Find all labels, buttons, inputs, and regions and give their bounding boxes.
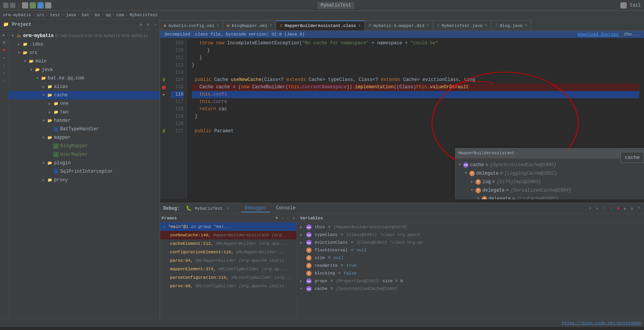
sort-btn[interactable]: ⇅ (596, 206, 598, 211)
tree-item-main[interactable]: ▼ 📂 main (8, 57, 160, 66)
breadcrumb-com[interactable]: com (116, 13, 124, 17)
tree-item-one[interactable]: ▶ 📁 one (8, 99, 160, 108)
popup-row-delegate1[interactable]: ▼ f delegate = {LoggingCache@2002} (459, 169, 644, 178)
tab-blogmapper[interactable]: ⚙ BlogMapper.xml × (223, 20, 276, 30)
tree-item-blogmapper[interactable]: J BlogMapper (8, 142, 160, 150)
settings-icon[interactable] (45, 2, 51, 8)
popup-row-log[interactable]: ▶ f log = {Slf4jImpl@2003} (459, 178, 644, 186)
tab-mybatis-config-close[interactable]: × (217, 24, 219, 28)
settings-debug-btn[interactable]: ⚙ (631, 206, 633, 211)
debug-session-close[interactable]: × (227, 206, 229, 211)
frames-up-btn[interactable]: ↑ (281, 216, 284, 221)
tab-mybatis3mapper[interactable]: D mybatis-3-mapper.dtd × (365, 20, 433, 30)
tab-blogjava[interactable]: J Blog.java × (491, 20, 531, 30)
var-item-readwrite[interactable]: f readWrite = true (297, 262, 644, 269)
frame-item-configelement[interactable]: configurationElement:116, XMLMapperBuild… (160, 248, 297, 256)
tab-mybatistest-close[interactable]: × (485, 24, 487, 28)
var-item-evictionclass[interactable]: ▶ oo evictionClass = {Class@1982} *class… (297, 239, 644, 246)
project-close-btn[interactable]: − (154, 22, 157, 27)
resume-btn[interactable]: ▶ (1, 32, 7, 38)
var-item-typeclass[interactable]: ▶ oo typeClass = {Class@1981} *class org… (297, 231, 644, 239)
back-icon[interactable] (3, 3, 8, 8)
tab-console[interactable]: Console (273, 205, 298, 212)
breadcrumb-orm[interactable]: orm-mybatis (3, 13, 31, 17)
tree-item-src[interactable]: ▼ 📂 src (8, 49, 160, 57)
forward-icon[interactable] (10, 3, 15, 8)
tree-item-two[interactable]: ▶ 📁 two (8, 108, 160, 116)
frame-item-parse94[interactable]: parse:94, XMLMapperBuilder (org.apache.i… (160, 256, 297, 265)
run-to-cursor-btn[interactable]: → (1, 78, 7, 84)
step-out-btn[interactable]: ↑ (1, 70, 7, 76)
popup-row-delegate2[interactable]: ▼ f delegate = {SerializedCache@2004} (459, 186, 644, 195)
gutter-113 (160, 69, 168, 76)
pause-btn[interactable]: ⏸ (1, 39, 7, 45)
tree-item-proxy[interactable]: ▶ 📁 proxy (8, 176, 160, 184)
status-url[interactable]: https://blog.csdn.net/wyne19960 (562, 321, 641, 325)
download-sources-btn[interactable]: Download Sources (578, 32, 619, 37)
tree-item-mapper[interactable]: ▼ 📂 mapper (8, 133, 160, 142)
tree-item-java[interactable]: ▼ 📂 java (8, 66, 160, 74)
tab-mybatis-config[interactable]: ⚙ mybatis-config.xml × (160, 20, 223, 30)
project-scope-btn[interactable]: ⊕ (140, 22, 142, 27)
up-btn[interactable]: ↑ (603, 206, 605, 210)
tab-blogjava-close[interactable]: × (525, 24, 527, 28)
project-settings-btn[interactable]: ⚙ (147, 22, 150, 27)
tree-item-idea[interactable]: ▶ 📁 .idea (8, 40, 160, 49)
home-icon[interactable] (22, 2, 28, 8)
tree-item-usermapper[interactable]: J UserMapper (8, 150, 160, 159)
tree-item-hander[interactable]: ▼ 📂 hander (8, 116, 160, 125)
tree-item-root[interactable]: ▼ 🗂 orm-mybatis D:\workspace\vip\orm-myb… (8, 32, 160, 40)
frame-item-parseconfig[interactable]: parseConfiguration:119, XMLConfigBuilder… (160, 273, 297, 282)
breadcrumb-java[interactable]: java (66, 13, 76, 17)
frame-item-parse98[interactable]: parse:98, XMLConfigBuilder (org.apache.i… (160, 282, 297, 290)
frame-item-usenewcache[interactable]: useNewCache:140, MapperBuilderAssistant … (160, 231, 297, 239)
stop-debug-btn[interactable]: ■ (617, 206, 619, 210)
popup-row-cache[interactable]: ▼ oo cache = {SynchronizedCache@1999} (459, 161, 644, 169)
tab-blogmapper-close[interactable]: × (270, 24, 272, 28)
step-over-btn[interactable]: ↷ (1, 55, 7, 61)
tab-mybatistest[interactable]: J MybatisTest.java × (433, 20, 491, 30)
debug-icon[interactable] (37, 2, 44, 8)
frames-filter2-btn[interactable]: ≡ (292, 216, 295, 221)
breadcrumb-ke[interactable]: ke (95, 13, 100, 17)
frame-item-main[interactable]: ✓ *main*@1 in group *mai... (160, 222, 297, 231)
var-item-blocking[interactable]: f blocking = false (297, 269, 644, 277)
var-item-flushinterval[interactable]: f flushInterval = null (297, 246, 644, 254)
step-into-btn[interactable]: ↓ (1, 62, 7, 69)
var-item-size[interactable]: f size = null (297, 254, 644, 262)
tree-item-bat-ke-qq-com[interactable]: ▼ 📂 bat.ke.qq.com (8, 74, 160, 82)
debug-popup[interactable]: MapperBuilderAssistant ⎘ ← → ▼ oo cache (455, 148, 644, 199)
tab-mapperbuilder-close[interactable]: × (358, 24, 361, 28)
code-line-117: this.curre (192, 98, 639, 106)
stop-btn[interactable]: ■ (1, 47, 7, 53)
frame-item-cacheelement[interactable]: cacheElement:212, XMLMapperBuilder (org.… (160, 239, 297, 248)
close-debug-btn[interactable]: × (638, 206, 640, 210)
run-icon[interactable] (30, 2, 36, 8)
tree-item-alias[interactable]: ▶ 📁 alias (8, 82, 160, 91)
tab-debugger[interactable]: Debugger (241, 205, 270, 212)
breadcrumb-test[interactable]: test (50, 13, 60, 17)
var-item-props[interactable]: ▶ oo props = {Properties@1983} size = 0 (297, 277, 644, 285)
tree-item-sqlprintinterceptor[interactable]: J SqlPrintInterceptor (8, 167, 160, 176)
frames-filter-btn[interactable]: ▼ (276, 216, 278, 221)
frame-item-mapperelement[interactable]: mapperElement:374, XMLConfigBuilder (org… (160, 265, 297, 273)
breadcrumb-mybatistest[interactable]: MybatisTest (130, 13, 158, 17)
filter-btn[interactable]: ≡ (589, 206, 592, 210)
breadcrumb-qq[interactable]: qq (106, 13, 111, 17)
frames-down-btn[interactable]: ↓ (287, 216, 290, 221)
down-btn[interactable]: ↓ (610, 206, 612, 210)
var-item-this[interactable]: ▶ oo this = {MapperBuilderAssistant@1979… (297, 223, 644, 231)
tree-label-hander: hander (54, 118, 71, 123)
search-icon[interactable] (620, 2, 627, 8)
tree-item-battypehandler[interactable]: J BatTypeHandler (8, 125, 160, 133)
tree-item-plugin[interactable]: ▼ 📂 plugin (8, 159, 160, 167)
tab-mapperbuilder[interactable]: C MapperBuilderAssistant.class × (276, 20, 365, 30)
resume-debug-btn[interactable]: ▶ (624, 206, 626, 211)
tree-item-cache[interactable]: ▼ 📂 cache (8, 91, 160, 99)
breadcrumb-bat[interactable]: bat (82, 13, 89, 17)
tab-mybatis3mapper-close[interactable]: × (427, 24, 429, 28)
popup-row-delegate3[interactable]: ▼ f delegate = {LruCache@2005} (459, 195, 644, 199)
code-content[interactable]: throw new IncompleteElementException("No… (187, 38, 644, 199)
breadcrumb-src[interactable]: src (37, 13, 44, 17)
var-item-cache[interactable]: ▼ oo cache = {SynchronizedCache@1999} (297, 285, 644, 293)
